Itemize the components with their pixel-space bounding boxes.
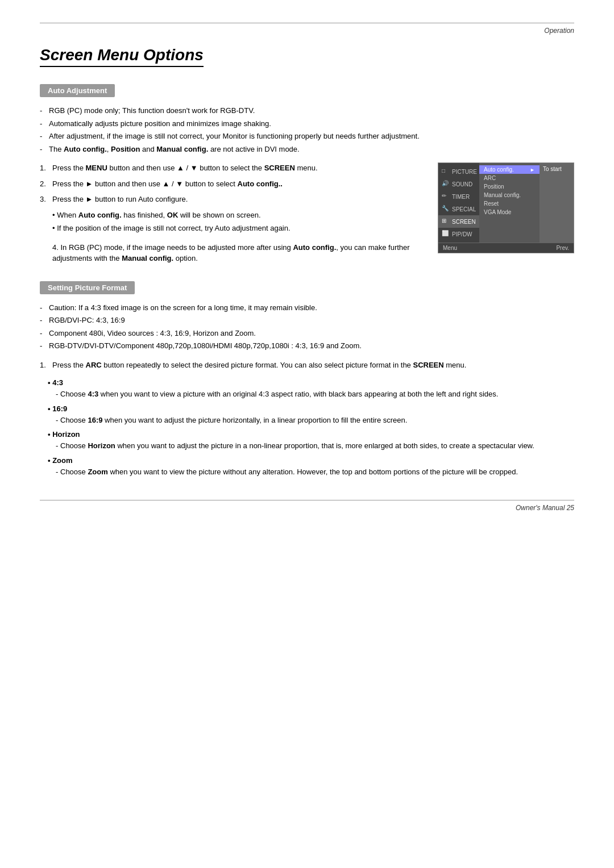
format-list: 4:3 Choose 4:3 when you want to view a p… bbox=[40, 378, 574, 477]
step-2: Press the ► button and then use ▲ / ▼ bu… bbox=[40, 178, 421, 190]
osd-label-picture: PICTURE bbox=[452, 169, 477, 175]
pencil-icon: ✏ bbox=[442, 193, 450, 201]
footer-divider bbox=[40, 500, 574, 500]
format-zoom-desc: Choose Zoom when you want to view the pi… bbox=[48, 466, 574, 478]
format-zoom-label: Zoom bbox=[48, 456, 574, 465]
footer-label: Owner's Manual 25 bbox=[516, 504, 574, 512]
pip-icon: ⬜ bbox=[442, 230, 450, 238]
section1-content: Press the MENU button and then use ▲ / ▼… bbox=[40, 162, 574, 264]
section2-heading: Setting Picture Format bbox=[40, 281, 135, 294]
osd-item-picture: □ PICTURE bbox=[438, 165, 479, 178]
format-169: 16:9 Choose 16:9 when you want to adjust… bbox=[48, 404, 574, 426]
osd-right-panel: To start bbox=[540, 163, 574, 243]
osd-menu-reset: Reset bbox=[479, 199, 540, 208]
osd-menu-manualconfig-label: Manual config. bbox=[484, 192, 521, 198]
osd-menu-container: □ PICTURE 🔊 SOUND ✏ TIMER bbox=[438, 162, 574, 253]
setting-picture-format-section: Setting Picture Format Caution: If a 4:3… bbox=[40, 281, 574, 478]
section2-steps: Press the ARC button repeatedly to selec… bbox=[40, 360, 574, 371]
bullet-caution: Caution: If a 4:3 fixed image is on the … bbox=[40, 302, 574, 314]
tv-icon: □ bbox=[442, 168, 450, 176]
osd-menu-inner: □ PICTURE 🔊 SOUND ✏ TIMER bbox=[438, 163, 574, 243]
osd-right-label: To start bbox=[543, 166, 562, 172]
bullet-item: RGB (PC) mode only; This function doesn'… bbox=[40, 105, 574, 116]
osd-item-sound: 🔊 SOUND bbox=[438, 178, 479, 190]
osd-item-pipdw: ⬜ PIP/DW bbox=[438, 228, 479, 240]
screen-icon: ⊞ bbox=[442, 218, 450, 226]
format-169-desc: Choose 16:9 when you want to adjust the … bbox=[48, 415, 574, 426]
osd-label-special: SPECIAL bbox=[452, 206, 476, 212]
osd-menu-vgamode-label: VGA Mode bbox=[484, 209, 511, 215]
osd-menu-reset-label: Reset bbox=[484, 201, 499, 207]
step-1: Press the MENU button and then use ▲ / ▼… bbox=[40, 162, 421, 174]
osd-item-special: 🔧 SPECIAL bbox=[438, 203, 479, 215]
osd-item-timer: ✏ TIMER bbox=[438, 190, 479, 203]
osd-label-screen: SCREEN bbox=[452, 219, 476, 225]
format-43-label: 4:3 bbox=[48, 378, 574, 387]
osd-content-panel: Auto config. ► ARC Position Manual confi… bbox=[479, 163, 540, 243]
step-3: Press the ► button to run Auto configure… bbox=[40, 194, 421, 234]
bullet-component: Component 480i, Video sources : 4:3, 16:… bbox=[40, 328, 574, 339]
osd-label-timer: TIMER bbox=[452, 194, 470, 200]
wrench-icon: 🔧 bbox=[442, 205, 450, 213]
section1-heading: Auto Adjustment bbox=[40, 84, 115, 97]
osd-menu-manualconfig: Manual config. bbox=[479, 191, 540, 199]
format-zoom: Zoom Choose Zoom when you want to view t… bbox=[48, 456, 574, 478]
osd-label-pipdw: PIP/DW bbox=[452, 231, 472, 237]
osd-menu-position-label: Position bbox=[484, 183, 504, 190]
bullet-rgbdvi: RGB/DVI-PC: 4:3, 16:9 bbox=[40, 315, 574, 326]
speaker-icon: 🔊 bbox=[442, 180, 450, 188]
section2-step1: Press the ARC button repeatedly to selec… bbox=[40, 360, 574, 371]
format-horizon: Horizon Choose Horizon when you want to … bbox=[48, 430, 574, 452]
format-horizon-desc: Choose Horizon when you want to adjust t… bbox=[48, 440, 574, 452]
osd-menu-vgamode: VGA Mode bbox=[479, 208, 540, 216]
auto-adjustment-section: Auto Adjustment RGB (PC) mode only; This… bbox=[40, 84, 574, 264]
format-43: 4:3 Choose 4:3 when you want to view a p… bbox=[48, 378, 574, 400]
header-divider bbox=[40, 23, 574, 23]
header-label: Operation bbox=[40, 27, 574, 35]
section1-text-col: Press the MENU button and then use ▲ / ▼… bbox=[40, 162, 421, 264]
osd-item-screen: ⊞ SCREEN bbox=[438, 215, 479, 228]
bullet-item: Automatically adjusts picture position a… bbox=[40, 118, 574, 130]
osd-sidebar: □ PICTURE 🔊 SOUND ✏ TIMER bbox=[438, 163, 479, 243]
osd-menu-arc-label: ARC bbox=[484, 175, 496, 181]
footer-text: Owner's Manual 25 bbox=[40, 504, 574, 512]
osd-footer: Menu Prev. bbox=[438, 243, 574, 253]
osd-menu-arc: ARC bbox=[479, 174, 540, 182]
format-43-desc: Choose 4:3 when you want to view a pictu… bbox=[48, 389, 574, 400]
step-4-text: 4. In RGB (PC) mode, if the image needs … bbox=[40, 242, 421, 264]
osd-menu-autoconfig-label: Auto config. bbox=[484, 166, 514, 173]
osd-menu-position: Position bbox=[479, 182, 540, 191]
section1-bullets: RGB (PC) mode only; This function doesn'… bbox=[40, 105, 574, 155]
section2-bullets: Caution: If a 4:3 fixed image is on the … bbox=[40, 302, 574, 352]
bullet-item: After adjustment, if the image is still … bbox=[40, 131, 574, 142]
osd-footer-prev: Prev. bbox=[556, 245, 569, 251]
page-title: Screen Menu Options bbox=[40, 46, 204, 67]
format-horizon-label: Horizon bbox=[48, 430, 574, 439]
osd-menu-autoconfig: Auto config. ► bbox=[479, 165, 540, 174]
osd-label-sound: SOUND bbox=[452, 181, 472, 187]
bullet-item: The Auto config., Position and Manual co… bbox=[40, 144, 574, 155]
format-169-label: 16:9 bbox=[48, 404, 574, 413]
arrow-icon: ► bbox=[530, 167, 535, 173]
bullet-rgbdtv: RGB-DTV/DVI-DTV/Component 480p,720p,1080… bbox=[40, 340, 574, 352]
section1-steps: Press the MENU button and then use ▲ / ▼… bbox=[40, 162, 421, 234]
osd-menu: □ PICTURE 🔊 SOUND ✏ TIMER bbox=[438, 162, 574, 253]
osd-footer-menu: Menu bbox=[443, 245, 457, 251]
